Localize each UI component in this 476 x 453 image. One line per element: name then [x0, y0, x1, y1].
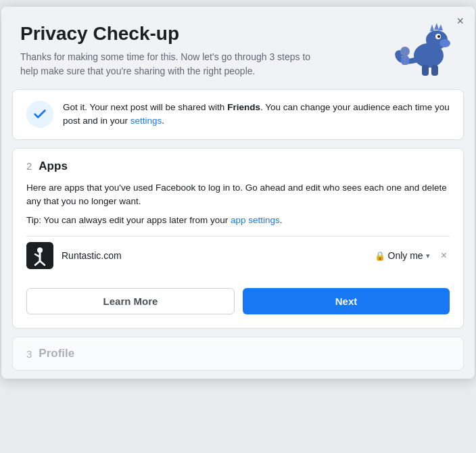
remove-app-button[interactable]: ×: [438, 249, 450, 262]
app-name: Runtastic.com: [62, 250, 375, 261]
header-text: Privacy Check-up Thanks for making some …: [20, 23, 311, 78]
step1-card: Got it. Your next post will be shared wi…: [12, 89, 464, 140]
svg-rect-10: [431, 65, 438, 76]
modal-header: Privacy Check-up Thanks for making some …: [1, 7, 475, 89]
lock-icon: 🔒: [375, 251, 385, 261]
step2-number: 2: [26, 160, 32, 172]
app-icon: [26, 242, 53, 269]
learn-more-button[interactable]: Learn More: [26, 288, 235, 314]
step2-header: 2 Apps: [26, 160, 450, 173]
close-button[interactable]: ×: [456, 15, 464, 27]
svg-rect-13: [401, 57, 404, 64]
svg-point-4: [437, 35, 440, 38]
step2-tip-suffix: .: [280, 215, 283, 225]
step2-description: Here are apps that you've used Facebook …: [26, 181, 450, 209]
next-button[interactable]: Next: [243, 288, 450, 314]
app-settings-link[interactable]: app settings: [231, 215, 280, 225]
step2-tip: Tip: You can always edit your apps later…: [26, 215, 450, 225]
step1-prefix: Got it. Your next post will be shared wi…: [63, 102, 227, 112]
step2-tip-prefix: Tip: You can always edit your apps later…: [26, 215, 231, 225]
svg-point-11: [400, 47, 410, 56]
app-row: Runtastic.com 🔒 Only me ▾ ×: [26, 236, 450, 275]
step1-message: Got it. Your next post will be shared wi…: [63, 101, 450, 128]
settings-link[interactable]: settings: [130, 116, 162, 126]
svg-point-2: [439, 39, 450, 47]
step3-number: 3: [26, 348, 32, 360]
step3-card: 3 Profile: [12, 337, 464, 371]
svg-rect-14: [406, 57, 409, 64]
step2-title: Apps: [39, 160, 68, 173]
svg-rect-9: [422, 65, 429, 76]
step1-audience: Friends: [227, 102, 260, 112]
audience-text: Only me: [388, 250, 423, 261]
modal-title: Privacy Check-up: [20, 23, 311, 45]
modal-subtitle: Thanks for making some time for this. No…: [20, 50, 311, 78]
step3-title: Profile: [39, 347, 74, 360]
privacy-checkup-modal: × Privacy Check-up Thanks for making som…: [1, 7, 475, 379]
step1-end: .: [162, 116, 164, 126]
checkmark-circle: [26, 101, 53, 128]
header-illustration: [388, 16, 456, 77]
runtastic-icon-svg: [26, 242, 53, 269]
step2-card: 2 Apps Here are apps that you've used Fa…: [12, 148, 464, 329]
svg-marker-7: [438, 24, 443, 30]
audience-selector[interactable]: 🔒 Only me ▾: [375, 250, 430, 261]
check-icon: [32, 107, 47, 122]
chevron-down-icon: ▾: [426, 252, 430, 260]
button-row: Learn More Next: [26, 288, 450, 314]
dinosaur-svg: [388, 16, 456, 77]
svg-marker-5: [430, 24, 434, 31]
svg-marker-6: [434, 23, 439, 30]
